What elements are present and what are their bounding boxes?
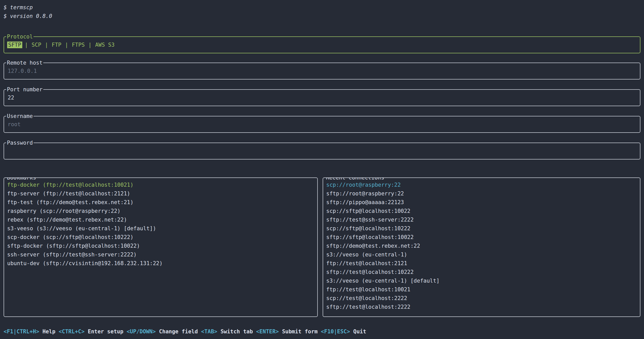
recent-connection-item[interactable]: sftp://demo@test.rebex.net:22 xyxy=(326,242,637,250)
recent-connection-item[interactable]: s3://veeso (eu-central-1) [default] xyxy=(326,276,637,285)
username-field-box: Username xyxy=(4,116,640,133)
help-bar: <F1|CTRL+H> Help <CTRL+C> Enter setup <U… xyxy=(4,327,640,336)
recent-connection-item[interactable]: sftp://test@localhost:2222 xyxy=(326,303,637,311)
bookmark-item[interactable]: ubuntu-dev (sftp://cvisintin@192.168.232… xyxy=(7,259,314,268)
termscp-auth-page: $ termscp $ version 0.8.0 Protocol SFTP|… xyxy=(0,0,644,339)
help-action: Switch tab xyxy=(217,328,256,335)
tab-separator: | xyxy=(65,42,68,48)
username-input[interactable] xyxy=(8,121,636,127)
port-input[interactable] xyxy=(8,95,636,101)
recent-connections-box-label: Recent connections xyxy=(325,177,385,181)
recent-connections-box: Recent connections scp://root@raspberry:… xyxy=(323,177,640,317)
help-action: Help xyxy=(39,328,59,335)
bookmarks-box-label: Bookmarks xyxy=(6,177,37,181)
tab-separator: | xyxy=(88,42,92,48)
help-key: <TAB> xyxy=(201,328,217,335)
help-key: <CTRL+C> xyxy=(59,328,85,335)
port-field-box: Port number xyxy=(4,89,640,106)
bookmark-item[interactable]: sftp-docker (sftp://sftp@localhost:10022… xyxy=(7,242,314,250)
recent-connection-item[interactable]: sftp://sftp@localhost:10022 xyxy=(326,233,637,242)
help-key: <UP/DOWN> xyxy=(126,328,156,335)
bookmark-item[interactable]: s3-veeso (s3://veeso (eu-central-1) [def… xyxy=(7,224,314,233)
protocol-box: Protocol SFTP|SCP|FTP|FTPS|AWS S3 xyxy=(4,36,640,53)
protocol-tab-sftp[interactable]: SFTP xyxy=(7,42,22,48)
recent-connection-item[interactable]: sftp://pippo@aaaaa:22123 xyxy=(326,198,637,207)
recent-connection-item[interactable]: sftp://test@ssh-server:2222 xyxy=(326,215,637,224)
protocol-tab-aws-s3[interactable]: AWS S3 xyxy=(94,42,116,48)
recent-connection-item[interactable]: scp://test@localhost:2222 xyxy=(326,294,637,303)
bookmark-item[interactable]: scp-docker (scp://sftp@localhost:10222) xyxy=(7,233,314,242)
recent-connection-item[interactable]: sftp://test@localhost:10222 xyxy=(326,268,637,276)
recent-connection-item[interactable]: scp://sftp@localhost:10022 xyxy=(326,207,637,215)
bookmarks-box: Bookmarks ftp-docker (ftp://test@localho… xyxy=(4,177,318,317)
recent-connection-item[interactable]: ftp://test@localhost:10021 xyxy=(326,285,637,294)
bookmarks-list: ftp-docker (ftp://test@localhost:10021)f… xyxy=(4,178,317,268)
help-action: Change field xyxy=(156,328,201,335)
app-version-line: $ version 0.8.0 xyxy=(4,12,640,21)
protocol-tab-ftps[interactable]: FTPS xyxy=(71,42,86,48)
protocol-tabs: SFTP|SCP|FTP|FTPS|AWS S3 xyxy=(7,42,116,48)
bookmark-item[interactable]: rebex (sftp://demo@test.rebex.net:22) xyxy=(7,215,314,224)
help-action: Quit xyxy=(350,328,366,335)
password-input[interactable] xyxy=(8,148,636,154)
recent-connections-list: scp://root@raspberry:22sftp://root@raspb… xyxy=(323,178,640,311)
recent-connection-item[interactable]: sftp://root@raspberry:22 xyxy=(326,189,637,198)
app-title-line: $ termscp xyxy=(4,3,640,12)
bookmark-item[interactable]: ssh-server (sftp://test@ssh-server:2222) xyxy=(7,250,314,259)
password-field-box: Password xyxy=(4,143,640,159)
username-label: Username xyxy=(6,113,34,119)
bookmark-item[interactable]: ftp-test (ftp://demo@test.rebex.net:21) xyxy=(7,198,314,207)
help-key: <F10|ESC> xyxy=(321,328,350,335)
help-action: Submit form xyxy=(279,328,321,335)
bookmark-item[interactable]: ftp-server (ftp://test@localhost:2121) xyxy=(7,189,314,198)
recent-connection-item[interactable]: s3://veeso (eu-central-1) xyxy=(326,250,637,259)
help-key: <ENTER> xyxy=(256,328,279,335)
help-action: Enter setup xyxy=(85,328,126,335)
password-label: Password xyxy=(6,139,34,146)
protocol-tab-scp[interactable]: SCP xyxy=(30,42,42,48)
port-label: Port number xyxy=(6,86,43,93)
help-key: <F1|CTRL+H> xyxy=(4,328,39,335)
lists-row: Bookmarks ftp-docker (ftp://test@localho… xyxy=(4,177,640,317)
recent-connection-item[interactable]: ftp://test@localhost:2121 xyxy=(326,259,637,268)
remote-host-field-box: Remote host xyxy=(4,63,640,79)
remote-host-label: Remote host xyxy=(6,59,43,66)
protocol-box-label: Protocol xyxy=(6,33,34,40)
protocol-tab-ftp[interactable]: FTP xyxy=(51,42,62,48)
bookmark-item[interactable]: raspberry (scp://root@raspberry:22) xyxy=(7,207,314,215)
recent-connection-item[interactable]: scp://root@raspberry:22 xyxy=(326,181,637,189)
bookmark-item[interactable]: ftp-docker (ftp://test@localhost:10021) xyxy=(7,181,314,189)
recent-connection-item[interactable]: scp://sftp@localhost:10222 xyxy=(326,224,637,233)
tab-separator: | xyxy=(25,42,28,48)
tab-separator: | xyxy=(45,42,48,48)
remote-host-input[interactable] xyxy=(8,68,636,74)
